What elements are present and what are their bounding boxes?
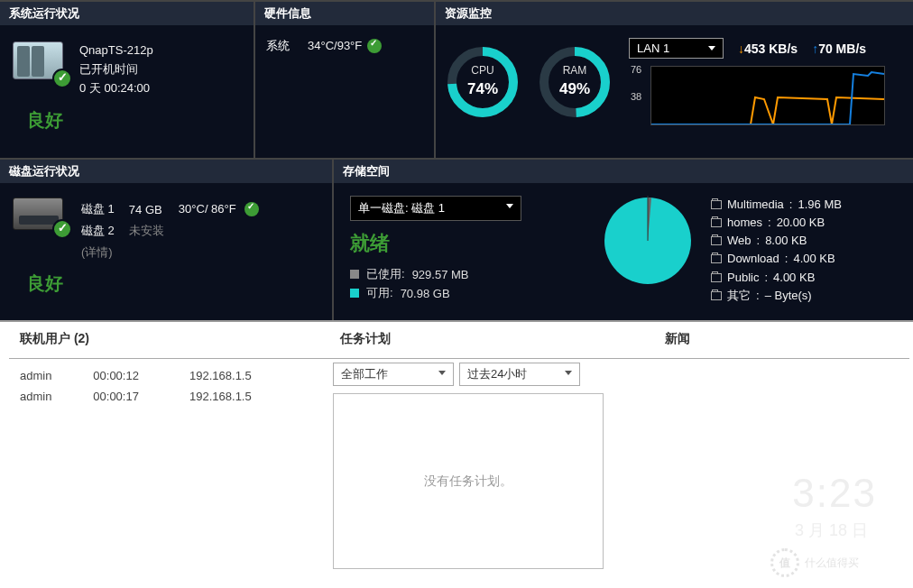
used-value: 929.57 MB <box>412 268 469 281</box>
user-ip: 192.168.1.5 <box>184 366 306 385</box>
user-time: 00:00:17 <box>88 387 182 406</box>
watermark-brand: 值什么值得买 <box>770 545 897 581</box>
folder-icon <box>711 218 722 227</box>
storage-ready: 就绪 <box>350 230 585 257</box>
disk-size: 未安装 <box>129 221 177 241</box>
disk-icon <box>13 198 67 234</box>
lan-selected-label: LAN 1 <box>637 41 669 55</box>
used-label: 已使用: <box>366 266 405 282</box>
system-status-text: 良好 <box>0 103 254 133</box>
folder-icon <box>711 200 722 209</box>
lan-select[interactable]: LAN 1 <box>629 38 724 59</box>
folder-icon <box>711 236 722 245</box>
news-title: 新闻 <box>658 331 900 355</box>
system-status-card: 系统运行状况 QnapTS-212p 已开机时间 0 天 00:24:00 良好 <box>0 2 255 158</box>
task-filter-range[interactable]: 过去24小时 <box>459 363 580 386</box>
folder-item: Web: 8.00 KB <box>711 232 897 250</box>
task-list-empty: 没有任务计划。 <box>333 393 604 569</box>
ram-donut: RAM 49% <box>537 44 613 120</box>
storage-title: 存储空间 <box>334 160 913 183</box>
disk-name: 磁盘 2 <box>81 221 127 241</box>
disk-status-card: 磁盘运行状况 磁盘 1 74 GB 30°C/ 86°F 磁盘 2 <box>0 160 334 320</box>
folder-item: Download: 4.00 KB <box>711 250 897 268</box>
graph-tick-lo: 38 <box>631 91 641 102</box>
status-ok-icon <box>52 69 72 88</box>
disk-details-link[interactable]: (详情) <box>81 243 127 262</box>
download-speed: 453 KB/s <box>744 41 798 56</box>
storage-volume-select[interactable]: 单一磁盘: 磁盘 1 <box>350 196 521 221</box>
folder-item: homes: 20.00 KB <box>711 214 897 232</box>
task-filter-type-label: 全部工作 <box>341 367 388 381</box>
hardware-card: 硬件信息 系统 34°C/93°F <box>255 2 436 158</box>
folder-icon <box>711 273 722 282</box>
cpu-label: CPU <box>445 64 521 77</box>
chevron-down-icon <box>708 46 715 51</box>
hardware-temp: 34°C/93°F <box>308 39 362 52</box>
folder-icon <box>711 254 722 263</box>
network-graph <box>650 66 885 125</box>
disk-temp: 30°C/ 86°F <box>179 202 236 216</box>
avail-value: 70.98 GB <box>401 287 450 300</box>
task-filter-type[interactable]: 全部工作 <box>333 363 454 386</box>
system-status-title: 系统运行状况 <box>0 2 254 25</box>
user-row: admin00:00:17192.168.1.5 <box>14 387 306 406</box>
ram-label: RAM <box>537 64 613 77</box>
user-row: admin00:00:12192.168.1.5 <box>14 366 306 385</box>
disk-status-title: 磁盘运行状况 <box>0 160 332 183</box>
storage-selected-label: 单一磁盘: 磁盘 1 <box>358 201 445 215</box>
chevron-down-icon <box>565 371 572 375</box>
cpu-donut: CPU 74% <box>445 44 521 120</box>
nas-icon <box>13 41 67 83</box>
ram-pct: 49% <box>537 80 613 98</box>
status-ok-icon <box>367 39 382 53</box>
download-arrow-icon: ↓ <box>738 41 744 56</box>
status-ok-icon <box>52 219 72 239</box>
user-name: admin <box>14 366 86 385</box>
graph-tick-hi: 76 <box>631 64 641 75</box>
online-users-title: 联机用户 (2) <box>13 331 308 355</box>
resource-monitor-card: 资源监控 CPU 74% RAM 49% LAN 1 <box>436 2 913 158</box>
disk-row: 磁盘 2 未安装 <box>81 221 272 241</box>
status-ok-icon <box>244 202 259 216</box>
avail-swatch <box>350 289 359 298</box>
hardware-title: 硬件信息 <box>255 2 434 25</box>
folder-list: Multimedia: 1.96 MB homes: 20.00 KB Web:… <box>711 196 897 305</box>
online-users-panel: 联机用户 (2) admin00:00:12192.168.1.5 admin0… <box>0 322 320 586</box>
chevron-down-icon <box>438 371 446 375</box>
storage-pie <box>603 196 693 286</box>
upload-speed: 70 MB/s <box>818 41 866 56</box>
cpu-pct: 74% <box>445 80 521 98</box>
hardware-row-label: 系统 <box>266 38 290 54</box>
folder-icon <box>711 291 722 300</box>
folder-item: Public: 4.00 KB <box>711 269 897 287</box>
user-time: 00:00:12 <box>88 366 182 385</box>
disk-status-text: 良好 <box>0 266 332 296</box>
resource-title: 资源监控 <box>436 2 913 25</box>
uptime-label: 已开机时间 <box>79 60 153 79</box>
disk-row: 磁盘 1 74 GB 30°C/ 86°F <box>81 199 272 219</box>
tasks-panel: 任务计划 全部工作 过去24小时 没有任务计划。 <box>320 322 645 586</box>
uptime-value: 0 天 00:24:00 <box>79 79 153 98</box>
disk-name: 磁盘 1 <box>81 199 127 219</box>
chevron-down-icon <box>506 204 513 208</box>
storage-card: 存储空间 单一磁盘: 磁盘 1 就绪 已使用: 929.57 MB 可用: 70… <box>334 160 913 320</box>
user-ip: 192.168.1.5 <box>184 387 306 406</box>
folder-item: 其它: – Byte(s) <box>711 287 897 305</box>
task-filter-range-label: 过去24小时 <box>467 367 527 381</box>
disk-size: 74 GB <box>129 199 177 219</box>
user-name: admin <box>14 387 86 406</box>
used-swatch <box>350 270 359 279</box>
nas-model: QnapTS-212p <box>79 41 153 60</box>
avail-label: 可用: <box>366 285 393 301</box>
tasks-title: 任务计划 <box>333 331 632 355</box>
folder-item: Multimedia: 1.96 MB <box>711 196 897 214</box>
